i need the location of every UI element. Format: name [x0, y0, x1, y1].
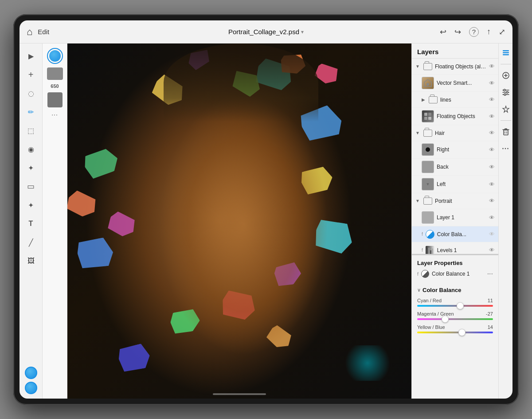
cb-title-row: ∨ Color Balance	[417, 287, 493, 293]
layer-lines-group[interactable]: ▶ lines 👁	[412, 92, 498, 108]
svg-point-1	[426, 83, 429, 86]
yellow-blue-track[interactable]	[417, 332, 493, 333]
layer-floating-objects[interactable]: Floating Objects 👁	[412, 108, 498, 125]
brush-tool[interactable]: ✏	[23, 104, 39, 120]
edit-button[interactable]: Edit	[38, 28, 49, 36]
layer-back[interactable]: Back 👁	[412, 158, 498, 176]
magenta-green-thumb[interactable]	[442, 316, 449, 323]
folder-icon	[429, 96, 438, 103]
layer-hair-group[interactable]: ▼ Hair 👁	[412, 125, 498, 141]
svg-rect-4	[424, 117, 427, 120]
cb-chevron[interactable]: ∨	[417, 287, 421, 293]
effects-button[interactable]	[500, 103, 512, 115]
layer-portrait-group[interactable]: ▼ Portrait 👁	[412, 193, 498, 209]
folder-icon	[423, 130, 432, 137]
layer-levels[interactable]: f Levels 1 👁	[412, 242, 498, 254]
layer-props-name: Color Balance 1	[432, 271, 485, 277]
layer-left[interactable]: ▼ Left 👁	[412, 176, 498, 193]
color-picker[interactable]	[25, 367, 37, 379]
magenta-green-label: Magenta / Green	[417, 311, 454, 316]
help-button[interactable]: ?	[469, 27, 479, 37]
document-title: Portrait_Collage_v2.psd ▾	[228, 28, 304, 36]
more-options-button[interactable]: ···	[500, 143, 512, 154]
layers-title: Layers	[417, 48, 438, 55]
yellow-blue-slider-group: Yellow / Blue 14	[417, 324, 493, 333]
layers-toggle-button[interactable]	[500, 47, 512, 59]
color-balance-adj-icon	[426, 230, 434, 239]
layer-vector-smart[interactable]: Vector Smart... 👁	[412, 75, 498, 92]
device-frame: ⌂ Edit Portrait_Collage_v2.psd ▾ ↩ ↪ ? ↑…	[13, 14, 519, 405]
svg-point-13	[506, 91, 508, 93]
visibility-icon[interactable]: 👁	[489, 63, 495, 70]
crop-tool[interactable]: ▭	[23, 178, 39, 194]
home-indicator	[213, 393, 266, 395]
cyan-red-label: Cyan / Red	[417, 298, 442, 303]
svg-rect-5	[428, 117, 431, 120]
brush-shape[interactable]	[47, 92, 63, 107]
visibility-icon[interactable]: 👁	[489, 113, 495, 120]
layer-properties-panel: Layer Properties f Color Balance 1 ···	[412, 254, 498, 287]
color-swatch[interactable]	[47, 67, 63, 80]
group-arrow: ▼	[415, 130, 420, 135]
visibility-icon[interactable]: 👁	[489, 80, 495, 87]
layers-panel-header: Layers	[412, 43, 498, 59]
yellow-blue-thumb[interactable]	[458, 329, 466, 336]
eraser-tool[interactable]: ⬚	[23, 123, 39, 138]
selection-tool[interactable]: ◌	[23, 85, 39, 101]
magenta-green-track[interactable]	[417, 318, 493, 320]
select-tool[interactable]: ▶	[23, 48, 39, 64]
undo-button[interactable]: ↩	[440, 27, 446, 37]
visibility-icon[interactable]: 👁	[489, 96, 495, 103]
top-bar-actions: ↩ ↪ ? ↑ ⤢	[440, 27, 505, 37]
cyan-red-thumb[interactable]	[457, 302, 464, 309]
layer-right[interactable]: Right 👁	[412, 141, 498, 158]
main-area: ▶ + ◌ ✏ ⬚ ◉ ✦ ▭ ✦ T ╱ 🖼	[20, 43, 512, 399]
svg-rect-3	[428, 113, 431, 116]
cyan-red-track[interactable]	[417, 305, 493, 307]
visibility-icon[interactable]: 👁	[489, 247, 495, 253]
delete-layer-button[interactable]	[500, 126, 512, 138]
visibility-icon[interactable]: 👁	[489, 130, 495, 136]
smudge-tool[interactable]: ✦	[23, 160, 39, 176]
brush-preview	[47, 48, 63, 64]
brush-options-icon[interactable]: ···	[51, 111, 58, 118]
redo-button[interactable]: ↪	[454, 27, 461, 37]
properties-button[interactable]	[500, 87, 512, 98]
left-toolbar: ▶ + ◌ ✏ ⬚ ◉ ✦ ▭ ✦ T ╱ 🖼	[20, 43, 43, 399]
visibility-icon[interactable]: 👁	[489, 231, 495, 237]
add-tool[interactable]: +	[23, 67, 39, 83]
magenta-green-slider-group: Magenta / Green -27	[417, 311, 493, 320]
visibility-icon[interactable]: 👁	[489, 164, 495, 170]
cb-section-title: Color Balance	[422, 287, 461, 293]
right-icon-bar: ···	[498, 43, 512, 399]
line-tool[interactable]: ╱	[23, 234, 39, 250]
layer-1[interactable]: Layer 1 👁	[412, 209, 498, 226]
stamp-tool[interactable]: ◉	[23, 141, 39, 157]
image-tool[interactable]: 🖼	[23, 253, 39, 269]
canvas[interactable]	[67, 43, 411, 399]
text-tool[interactable]: T	[23, 216, 39, 232]
svg-rect-6	[503, 50, 509, 51]
secondary-color[interactable]	[25, 382, 37, 394]
visibility-icon[interactable]: 👁	[489, 146, 495, 153]
rib-separator	[501, 64, 511, 64]
artwork	[67, 43, 411, 399]
add-layer-button[interactable]	[500, 70, 512, 81]
layer-color-balance[interactable]: f Color Bala... 👁	[412, 226, 498, 242]
group-arrow: ▼	[415, 198, 420, 203]
folder-icon	[423, 198, 432, 205]
svg-point-12	[504, 89, 505, 91]
share-button[interactable]: ↑	[487, 27, 491, 36]
svg-rect-7	[503, 52, 509, 54]
layer-floating-group[interactable]: ▼ Floating Objects (alway... 👁	[412, 59, 498, 75]
svg-rect-8	[503, 54, 509, 55]
svg-rect-15	[504, 130, 508, 135]
visibility-icon[interactable]: 👁	[489, 198, 495, 204]
heal-tool[interactable]: ✦	[23, 197, 39, 213]
visibility-icon[interactable]: 👁	[489, 214, 495, 221]
home-button[interactable]: ⌂	[27, 26, 32, 38]
expand-button[interactable]: ⤢	[499, 27, 505, 37]
yellow-blue-value: 14	[488, 324, 493, 330]
layer-props-more-button[interactable]: ···	[487, 270, 493, 278]
visibility-icon[interactable]: 👁	[489, 181, 495, 188]
